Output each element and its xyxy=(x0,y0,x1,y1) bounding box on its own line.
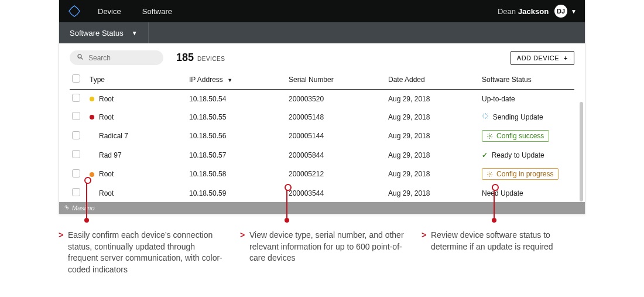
cell-sn: 200003520 xyxy=(286,90,386,108)
row-checkbox[interactable] xyxy=(72,112,80,120)
svg-point-4 xyxy=(66,206,67,208)
search-field[interactable] xyxy=(88,54,156,62)
avatar: DJ xyxy=(554,5,567,18)
cell-date: Aug 29, 2018 xyxy=(386,126,479,146)
spinner-icon xyxy=(482,112,489,121)
gear-icon xyxy=(486,170,493,177)
scrollbar[interactable] xyxy=(580,102,583,202)
chevron-right-icon: > xyxy=(59,230,63,241)
callout-text: Review device software status to determi… xyxy=(431,230,553,251)
user-menu[interactable]: Dean Jackson DJ ▼ xyxy=(498,5,577,18)
status-indicator xyxy=(90,134,94,139)
device-count: 185 DEVICES xyxy=(176,52,225,64)
table-row[interactable]: Root10.18.50.54200003520Aug 29, 2018Up-t… xyxy=(70,90,574,108)
plus-icon: + xyxy=(564,54,568,62)
callout-info: > View device type, serial number, and o… xyxy=(240,230,404,275)
search-icon xyxy=(77,53,84,62)
col-type[interactable]: Type xyxy=(87,71,187,90)
leader-line-2 xyxy=(286,186,287,220)
cell-sn: 200005844 xyxy=(286,146,386,164)
status-indicator xyxy=(90,97,94,101)
device-type: Root xyxy=(99,95,114,103)
row-checkbox[interactable] xyxy=(72,94,80,102)
device-type: Root xyxy=(99,170,114,178)
device-type: Radical 7 xyxy=(99,132,128,140)
cell-ip: 10.18.50.59 xyxy=(187,184,286,202)
cell-software: Up-to-date xyxy=(479,90,574,108)
callout-text: View device type, serial number, and oth… xyxy=(249,230,404,262)
row-checkbox[interactable] xyxy=(72,188,80,196)
status-indicator xyxy=(90,153,94,158)
callout-text: Easily confirm each device’s connection … xyxy=(68,230,222,274)
cell-ip: 10.18.50.58 xyxy=(187,164,286,184)
dropdown-label: Software Status xyxy=(70,29,124,37)
device-type: Root xyxy=(99,189,114,197)
software-status-dropdown[interactable]: Software Status ▼ xyxy=(59,22,149,43)
svg-line-1 xyxy=(81,58,83,60)
leader-line-3 xyxy=(494,186,495,220)
callout-connection: > Easily confirm each device’s connectio… xyxy=(59,230,222,275)
toolbar: 185 DEVICES ADD DEVICE + xyxy=(70,50,574,65)
count-number: 185 xyxy=(176,52,194,64)
select-all-checkbox[interactable] xyxy=(72,74,80,83)
nav-device[interactable]: Device xyxy=(98,7,121,16)
logo-icon xyxy=(67,4,81,18)
chevron-right-icon: > xyxy=(240,230,245,241)
table-row[interactable]: Root10.18.50.55200005148Aug 29, 2018 Sen… xyxy=(70,108,574,126)
cell-date: Aug 29, 2018 xyxy=(386,146,479,164)
device-type: Rad 97 xyxy=(99,151,122,159)
devices-table: Type IP Address ▼ Serial Number Date Add… xyxy=(70,71,574,202)
add-device-label: ADD DEVICE xyxy=(517,54,559,62)
svg-point-2 xyxy=(489,135,491,137)
sensor-icon xyxy=(64,204,70,211)
content: 185 DEVICES ADD DEVICE + Type IP Address… xyxy=(59,43,585,202)
check-icon: ✓ xyxy=(482,151,488,159)
footer: Masimo xyxy=(59,202,585,214)
cell-date: Aug 29, 2018 xyxy=(386,90,479,108)
cell-date: Aug 29, 2018 xyxy=(386,164,479,184)
app-shell: Device Software Dean Jackson DJ ▼ Softwa… xyxy=(59,0,585,214)
device-type: Root xyxy=(99,113,114,121)
cell-ip: 10.18.50.55 xyxy=(187,108,286,126)
col-date[interactable]: Date Added xyxy=(386,71,479,90)
row-checkbox[interactable] xyxy=(72,150,80,158)
table-row[interactable]: Radical 710.18.50.56200005144Aug 29, 201… xyxy=(70,126,574,146)
col-ip-label: IP Address xyxy=(189,76,223,84)
col-serial[interactable]: Serial Number xyxy=(286,71,386,90)
chevron-right-icon: > xyxy=(422,230,426,241)
sort-desc-icon: ▼ xyxy=(227,77,232,83)
cell-software: Config in progress xyxy=(479,164,574,184)
leader-line-1 xyxy=(86,179,87,220)
row-checkbox[interactable] xyxy=(72,169,80,177)
status-indicator xyxy=(90,191,94,196)
cell-ip: 10.18.50.56 xyxy=(187,126,286,146)
cell-software: Config success xyxy=(479,126,574,146)
cell-ip: 10.18.50.57 xyxy=(187,146,286,164)
nav-software[interactable]: Software xyxy=(142,7,172,16)
col-ip[interactable]: IP Address ▼ xyxy=(187,71,286,90)
status-pill-success: Config success xyxy=(482,130,549,142)
search-input[interactable] xyxy=(70,50,163,65)
svg-point-0 xyxy=(78,54,81,58)
status-indicator xyxy=(90,172,94,177)
add-device-button[interactable]: ADD DEVICE + xyxy=(511,51,574,65)
table-row[interactable]: Root10.18.50.58200005212Aug 29, 2018Conf… xyxy=(70,164,574,184)
user-last: Jackson xyxy=(518,7,549,16)
table-row[interactable]: Rad 9710.18.50.57200005844Aug 29, 2018✓ … xyxy=(70,146,574,164)
cell-date: Aug 29, 2018 xyxy=(386,184,479,202)
row-checkbox[interactable] xyxy=(72,131,80,139)
cell-ip: 10.18.50.54 xyxy=(187,90,286,108)
col-software[interactable]: Software Status xyxy=(479,71,574,90)
cell-software: Sending Update xyxy=(479,108,574,126)
chevron-down-icon: ▼ xyxy=(132,30,138,36)
count-label: DEVICES xyxy=(197,56,225,62)
user-first: Dean xyxy=(498,7,516,16)
cell-date: Aug 29, 2018 xyxy=(386,108,479,126)
cell-software: ✓ Ready to Update xyxy=(479,146,574,164)
gear-icon xyxy=(486,132,493,139)
subbar: Software Status ▼ xyxy=(59,22,585,43)
status-indicator xyxy=(90,115,94,120)
footer-brand: Masimo xyxy=(72,204,95,211)
chevron-down-icon: ▼ xyxy=(571,8,577,15)
callout-software: > Review device software status to deter… xyxy=(422,230,585,275)
